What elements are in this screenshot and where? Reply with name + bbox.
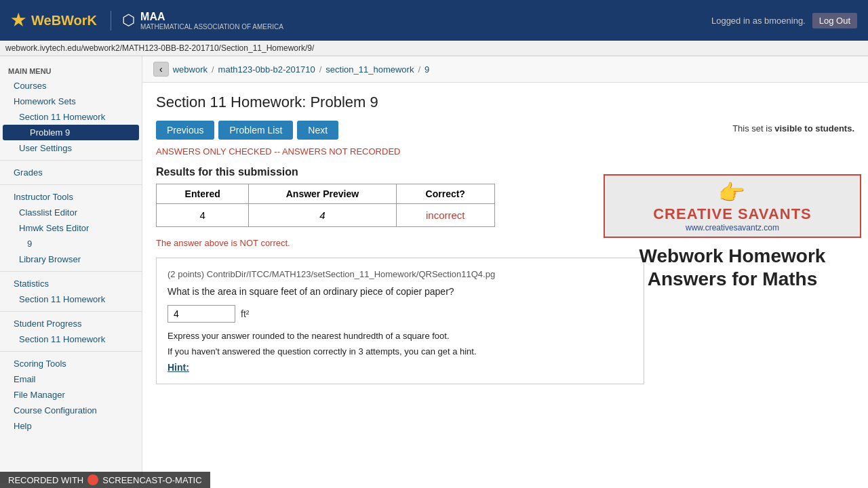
sidebar-item-section11-homework[interactable]: Section 11 Homework xyxy=(0,109,142,125)
webwork-logo: ★ WeBWorK xyxy=(11,11,97,30)
breadcrumb-sep-2: / xyxy=(319,64,322,75)
sidebar-item-file-manager[interactable]: File Manager xyxy=(0,387,142,403)
breadcrumb-sep-3: / xyxy=(418,64,420,75)
table-cell-preview: 4 xyxy=(249,204,396,227)
express-note: Express your answer rounded to the neare… xyxy=(167,331,633,341)
maa-logo: ⬡ MAA MATHEMATICAL ASSOCIATION OF AMERIC… xyxy=(111,11,283,30)
answers-note: ANSWERS ONLY CHECKED -- ANSWERS NOT RECO… xyxy=(156,146,644,157)
table-row: 4 4 incorrect xyxy=(157,204,495,227)
recorded-with-label: RECORDED WITH xyxy=(8,475,83,484)
problem-box: (2 points) ContribDir/ITCC/MATH123/setSe… xyxy=(156,258,644,384)
breadcrumb-webwork[interactable]: webwork xyxy=(173,64,208,75)
sidebar-item-grades[interactable]: Grades xyxy=(0,165,142,180)
header-left: ★ WeBWorK ⬡ MAA MATHEMATICAL ASSOCIATION… xyxy=(11,11,283,30)
app-header: ★ WeBWorK ⬡ MAA MATHEMATICAL ASSOCIATION… xyxy=(0,0,868,41)
sidebar-item-problem9[interactable]: Problem 9 xyxy=(3,125,139,140)
hint-row: Hint: xyxy=(167,362,633,373)
sidebar-item-email[interactable]: Email xyxy=(0,371,142,387)
maa-text-block: MAA MATHEMATICAL ASSOCIATION OF AMERICA xyxy=(140,11,283,30)
hint-note: If you haven't answered the question cor… xyxy=(167,346,633,357)
breadcrumb-sep-1: / xyxy=(212,64,214,75)
nav-buttons: Previous Problem List Next xyxy=(156,121,644,140)
table-header-entered: Entered xyxy=(157,184,249,204)
url-bar: webwork.ivytech.edu/webwork2/MATH123-0BB… xyxy=(0,41,868,56)
logged-in-text: Logged in as bmoening. xyxy=(711,16,806,26)
sidebar-item-courses[interactable]: Courses xyxy=(0,78,142,94)
problem-area: Section 11 Homework: Problem 9 Previous … xyxy=(142,83,658,395)
sidebar-item-course-config[interactable]: Course Configuration xyxy=(0,403,142,418)
sidebar: MAIN MENU Courses Homework Sets Section … xyxy=(0,56,142,483)
star-icon: ★ xyxy=(11,11,26,30)
main-layout: MAIN MENU Courses Homework Sets Section … xyxy=(0,56,868,483)
content-area: ‹ webwork / math123-0bb-b2-201710 / sect… xyxy=(142,56,868,483)
results-section: Results for this submission Entered Answ… xyxy=(156,166,644,227)
sidebar-item-homework-sets[interactable]: Homework Sets xyxy=(0,94,142,109)
sidebar-item-stats-section11[interactable]: Section 11 Homework xyxy=(0,291,142,307)
sidebar-item-classlist-editor[interactable]: Classlist Editor xyxy=(0,205,142,220)
sidebar-item-hmwk-sets-editor[interactable]: Hmwk Sets Editor xyxy=(0,220,142,236)
problem-question: What is the area in square feet of an or… xyxy=(167,286,633,297)
sidebar-item-user-settings[interactable]: User Settings xyxy=(0,140,142,156)
screencast-bar: RECORDED WITH SCREENCAST-O-MATIC xyxy=(0,472,210,483)
table-cell-correct: incorrect xyxy=(396,204,494,227)
breadcrumb-course[interactable]: math123-0bb-b2-201710 xyxy=(218,64,315,75)
maa-hexagon-icon: ⬡ xyxy=(122,12,135,29)
breadcrumb-bar: ‹ webwork / math123-0bb-b2-201710 / sect… xyxy=(142,56,868,83)
sidebar-item-scoring-tools[interactable]: Scoring Tools xyxy=(0,356,142,371)
previous-button[interactable]: Previous xyxy=(156,121,214,140)
problem-title: Section 11 Homework: Problem 9 xyxy=(156,94,644,111)
table-header-preview: Answer Preview xyxy=(249,184,396,204)
answer-input[interactable] xyxy=(167,305,235,323)
table-header-correct: Correct? xyxy=(396,184,494,204)
screencast-icon xyxy=(87,474,98,483)
results-table: Entered Answer Preview Correct? 4 4 inco… xyxy=(156,184,495,227)
sidebar-item-instructor-tools[interactable]: Instructor Tools xyxy=(0,189,142,205)
content-wrapper: Section 11 Homework: Problem 9 Previous … xyxy=(142,83,868,395)
breadcrumb-problem-num: 9 xyxy=(425,64,429,75)
header-right: Logged in as bmoening. Log Out xyxy=(711,13,857,28)
hint-link[interactable]: Hint: xyxy=(167,362,189,373)
webwork-label: WeBWorK xyxy=(31,13,97,28)
problem-source: (2 points) ContribDir/ITCC/MATH123/setSe… xyxy=(167,269,633,279)
answer-unit: ft² xyxy=(241,308,249,319)
next-button[interactable]: Next xyxy=(297,121,338,140)
sidebar-item-progress-section11[interactable]: Section 11 Homework xyxy=(0,331,142,347)
problem-list-button[interactable]: Problem List xyxy=(218,121,293,140)
not-correct-message: The answer above is NOT correct. xyxy=(156,238,644,248)
maa-full-name: MATHEMATICAL ASSOCIATION OF AMERICA xyxy=(140,23,283,30)
table-cell-entered: 4 xyxy=(157,204,249,227)
breadcrumb-homework[interactable]: section_11_homework xyxy=(326,64,414,75)
screencast-brand: SCREENCAST-O-MATIC xyxy=(102,475,201,484)
logout-button[interactable]: Log Out xyxy=(812,13,857,28)
url-text: webwork.ivytech.edu/webwork2/MATH123-0BB… xyxy=(5,43,314,53)
sidebar-item-help[interactable]: Help xyxy=(0,418,142,434)
sidebar-item-statistics[interactable]: Statistics xyxy=(0,276,142,291)
breadcrumb-back-button[interactable]: ‹ xyxy=(153,62,169,77)
main-menu-title: MAIN MENU xyxy=(0,63,142,78)
answer-row: ft² xyxy=(167,305,633,323)
sidebar-item-student-progress[interactable]: Student Progress xyxy=(0,316,142,331)
sidebar-item-sets-editor-9[interactable]: 9 xyxy=(0,236,142,251)
results-title: Results for this submission xyxy=(156,166,644,178)
sidebar-item-library-browser[interactable]: Library Browser xyxy=(0,251,142,267)
maa-abbreviation: MAA xyxy=(140,11,283,23)
